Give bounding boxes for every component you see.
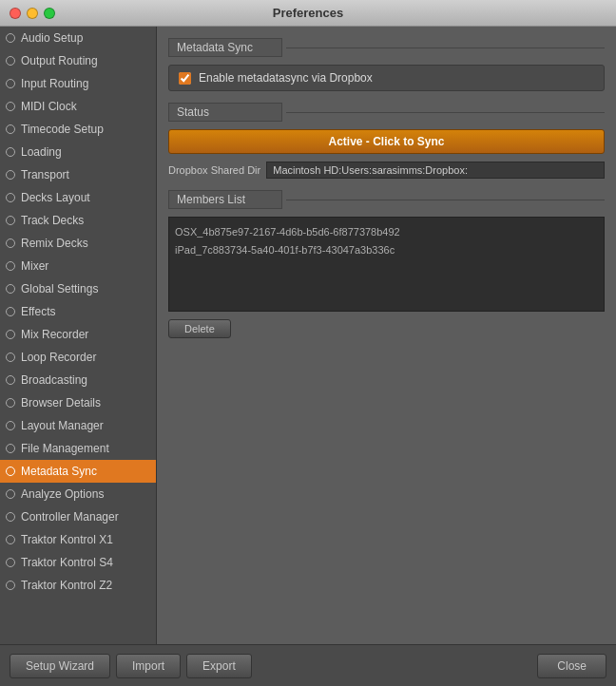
sidebar-item-file-management[interactable]: File Management [0,437,156,460]
sidebar-item-label: Mixer [21,257,48,275]
enable-dropbox-checkbox[interactable] [179,72,191,85]
sidebar-item-label: Traktor Kontrol Z2 [21,577,112,594]
sidebar-item-label: Loading [21,143,62,161]
circle-icon [4,145,17,159]
close-traffic-light[interactable] [10,8,21,19]
circle-icon [4,487,17,501]
section-line [286,48,605,48]
sidebar-item-label: Effects [21,303,55,320]
sidebar-item-global-settings[interactable]: Global Settings [0,277,156,300]
sidebar-item-traktor-kontrol-s4[interactable]: Traktor Kontrol S4 [0,551,156,574]
sidebar-item-transport[interactable]: Transport [0,163,156,186]
sidebar-item-audio-setup[interactable]: Audio Setup [0,27,156,49]
circle-icon [4,442,17,455]
status-section: Status Active - Click to Sync Dropbox Sh… [168,103,605,179]
circle-icon [4,465,17,478]
circle-icon [4,237,17,250]
members-line [286,200,605,200]
member-item: iPad_7c883734-5a40-401f-b7f3-43047a3b336… [175,241,598,259]
members-list-label: Members List [168,190,282,209]
sidebar-item-remix-decks[interactable]: Remix Decks [0,232,156,255]
sidebar-item-label: Timecode Setup [21,121,104,138]
sidebar-item-midi-clock[interactable]: MIDI Clock [0,95,156,118]
content-area: Metadata Sync Enable metadatasync via Dr… [157,27,616,644]
titlebar: Preferences [0,0,616,27]
circle-icon [4,579,17,592]
sidebar-item-effects[interactable]: Effects [0,300,156,323]
circle-icon [4,396,17,410]
status-label: Status [168,103,282,122]
sidebar-item-label: Mix Recorder [21,326,88,343]
active-sync-button[interactable]: Active - Click to Sync [168,129,605,154]
members-section: Members List OSX_4b875e97-2167-4d6b-b5d6… [168,190,605,338]
sidebar-item-label: Decks Layout [21,189,90,206]
members-list-header: Members List [168,190,605,209]
circle-icon [4,259,17,273]
metadata-sync-section-header: Metadata Sync [168,38,605,57]
sidebar-item-label: Analyze Options [21,486,104,503]
circle-icon [4,328,17,341]
sidebar-item-label: Transport [21,166,69,183]
sidebar-item-broadcasting[interactable]: Broadcasting [0,369,156,391]
circle-icon [4,510,17,524]
sidebar-item-traktor-kontrol-z2[interactable]: Traktor Kontrol Z2 [0,574,156,597]
sidebar-item-label: Remix Decks [21,235,88,252]
sidebar-item-label: Controller Manager [21,508,119,525]
close-button[interactable]: Close [537,654,606,678]
circle-icon [4,556,17,569]
bottom-bar: Setup Wizard Import Export Close [0,644,616,686]
sidebar-item-label: Track Decks [21,212,84,229]
sidebar-item-traktor-kontrol-x1[interactable]: Traktor Kontrol X1 [0,528,156,551]
sidebar-item-label: Broadcasting [21,372,87,389]
export-button[interactable]: Export [186,654,252,678]
sidebar-item-loading[interactable]: Loading [0,141,156,163]
circle-icon [4,305,17,318]
sidebar-item-decks-layout[interactable]: Decks Layout [0,186,156,209]
sidebar-item-label: Traktor Kontrol X1 [21,531,113,548]
circle-icon [4,373,17,387]
sidebar-item-input-routing[interactable]: Input Routing [0,72,156,95]
delete-button[interactable]: Delete [168,319,231,338]
sidebar-item-analyze-options[interactable]: Analyze Options [0,483,156,505]
sidebar-item-browser-details[interactable]: Browser Details [0,391,156,414]
circle-icon [4,77,17,90]
sidebar-item-timecode-setup[interactable]: Timecode Setup [0,118,156,141]
sidebar-item-label: Layout Manager [21,417,104,434]
sidebar-item-loop-recorder[interactable]: Loop Recorder [0,346,156,369]
traffic-lights[interactable] [10,8,55,19]
enable-dropbox-row[interactable]: Enable metadatasync via Dropbox [168,65,605,91]
sidebar-item-track-decks[interactable]: Track Decks [0,209,156,232]
import-button[interactable]: Import [116,654,181,678]
sidebar-item-controller-manager[interactable]: Controller Manager [0,505,156,528]
main-container: Audio SetupOutput RoutingInput RoutingMI… [0,27,616,644]
sidebar-item-label: Loop Recorder [21,349,96,366]
circle-icon [4,214,17,227]
sidebar-item-mix-recorder[interactable]: Mix Recorder [0,323,156,346]
sidebar-item-mixer[interactable]: Mixer [0,255,156,277]
dropbox-dir-row: Dropbox Shared Dir [168,162,605,179]
circle-icon [4,123,17,136]
circle-icon [4,191,17,204]
circle-icon [4,282,17,295]
status-section-header: Status [168,103,605,122]
setup-wizard-button[interactable]: Setup Wizard [10,654,110,678]
sidebar-item-label: File Management [21,440,109,457]
circle-icon [4,100,17,113]
circle-icon [4,419,17,432]
metadata-sync-label: Metadata Sync [168,38,282,57]
status-line [286,112,605,113]
circle-icon [4,54,17,67]
circle-icon [4,31,17,45]
sidebar-item-output-routing[interactable]: Output Routing [0,49,156,72]
sidebar-item-metadata-sync[interactable]: Metadata Sync [0,460,156,483]
minimize-traffic-light[interactable] [27,8,38,19]
sidebar-item-layout-manager[interactable]: Layout Manager [0,414,156,437]
dropbox-dir-input[interactable] [266,162,605,179]
enable-dropbox-label: Enable metadatasync via Dropbox [199,71,373,85]
sidebar: Audio SetupOutput RoutingInput RoutingMI… [0,27,157,644]
circle-icon [4,533,17,546]
sidebar-item-label: Metadata Sync [21,463,97,480]
sidebar-item-label: MIDI Clock [21,98,77,115]
maximize-traffic-light[interactable] [44,8,55,19]
sidebar-item-label: Input Routing [21,75,88,92]
